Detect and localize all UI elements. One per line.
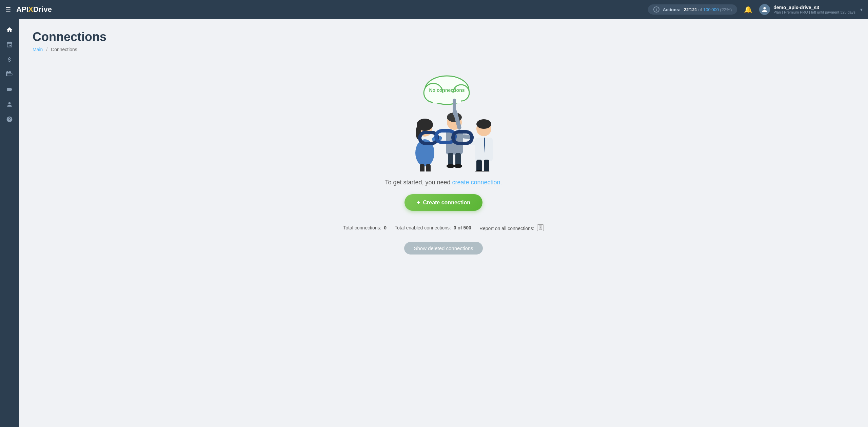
sidebar-item-connections[interactable]: [3, 38, 16, 52]
actions-label: Actions:: [663, 7, 680, 12]
enabled-connections-label: Total enabled connections: 0 of 500: [395, 225, 471, 230]
sidebar-item-help[interactable]: [3, 113, 16, 126]
svg-rect-23: [475, 138, 493, 161]
logo-drive: Drive: [33, 5, 52, 14]
center-content: No connections: [33, 63, 854, 261]
user-section[interactable]: demo_apix-drive_s3 Plan | Premium PRO | …: [759, 4, 863, 15]
info-icon: i: [653, 6, 659, 13]
show-deleted-button[interactable]: Show deleted connections: [404, 242, 482, 255]
svg-rect-11: [426, 164, 431, 171]
user-avatar: [759, 4, 770, 15]
user-name: demo_apix-drive_s3: [773, 5, 855, 10]
page-title: Connections: [33, 30, 854, 44]
sidebar-item-billing[interactable]: [3, 53, 16, 66]
breadcrumb-current: Connections: [51, 47, 77, 52]
svg-point-22: [454, 164, 462, 168]
user-info: demo_apix-drive_s3 Plan | Premium PRO | …: [773, 5, 855, 14]
svg-rect-28: [476, 160, 482, 171]
actions-count: 22'121 of 100'000 (22%): [684, 7, 732, 12]
total-connections-value: 0: [384, 225, 387, 230]
main-content: Connections Main / Connections: [19, 19, 868, 427]
chevron-down-icon: ▾: [860, 7, 863, 12]
svg-point-26: [476, 119, 491, 129]
bell-button[interactable]: 🔔: [743, 4, 754, 15]
enabled-connections-value: 0 of 500: [454, 225, 471, 230]
svg-point-30: [475, 170, 483, 171]
breadcrumb-separator: /: [46, 47, 47, 52]
breadcrumb-main-link[interactable]: Main: [33, 47, 43, 52]
prompt-link[interactable]: create connection.: [452, 179, 502, 186]
user-plan: Plan | Premium PRO | left until payment …: [773, 10, 855, 14]
sidebar: [0, 19, 19, 427]
breadcrumb: Main / Connections: [33, 47, 854, 52]
logo-x: X: [28, 5, 33, 14]
prompt-text: To get started, you need create connecti…: [385, 179, 502, 186]
sidebar-item-home[interactable]: [3, 23, 16, 37]
actions-pill[interactable]: i Actions: 22'121 of 100'000 (22%): [648, 4, 737, 15]
report-label: Report on all connections:: [479, 224, 544, 231]
create-connection-label: Create connection: [423, 200, 470, 206]
total-connections-label: Total connections: 0: [343, 225, 387, 230]
svg-rect-10: [420, 164, 425, 171]
create-connection-button[interactable]: + Create connection: [405, 194, 482, 211]
sidebar-item-services[interactable]: [3, 68, 16, 81]
logo: API X Drive: [16, 5, 52, 14]
topnav: ☰ API X Drive i Actions: 22'121 of 100'0…: [0, 0, 868, 19]
svg-rect-3: [433, 93, 461, 103]
svg-rect-29: [484, 160, 489, 171]
sidebar-item-profile[interactable]: [3, 98, 16, 111]
sidebar-item-video[interactable]: [3, 83, 16, 96]
layout: Connections Main / Connections: [0, 19, 868, 427]
svg-point-21: [447, 164, 455, 168]
stats-row: Total connections: 0 Total enabled conne…: [343, 224, 544, 231]
illustration: No connections: [386, 70, 501, 168]
menu-icon[interactable]: ☰: [5, 6, 11, 13]
prompt-static: To get started, you need: [385, 179, 450, 186]
report-icon[interactable]: [537, 224, 544, 231]
svg-text:No connections: No connections: [429, 87, 465, 93]
plus-icon: +: [417, 199, 420, 206]
logo-api: API: [16, 5, 28, 14]
